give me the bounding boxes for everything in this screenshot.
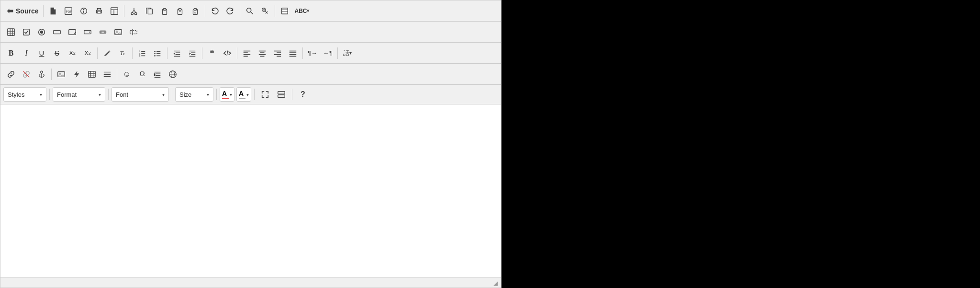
size-dropdown[interactable]: Size ▾: [175, 87, 213, 102]
bold-button[interactable]: B: [3, 46, 19, 61]
paste-text-button[interactable]: [172, 3, 188, 19]
iframe-button[interactable]: [165, 67, 180, 82]
sep-13: [51, 69, 52, 80]
svg-rect-16: [148, 9, 153, 14]
indent-block-button[interactable]: [150, 67, 165, 82]
copy-button[interactable]: [142, 3, 157, 19]
sep-19: [254, 89, 255, 100]
font-color-button[interactable]: A ▾: [220, 87, 234, 102]
svg-point-25: [247, 8, 251, 12]
redo-button[interactable]: [223, 3, 238, 19]
resize-handle[interactable]: ◢: [493, 280, 499, 286]
cut-button[interactable]: [126, 3, 142, 19]
source-button[interactable]: Source: [3, 5, 41, 17]
image-insert-button[interactable]: [54, 67, 69, 82]
replace-button[interactable]: ab: [257, 3, 273, 19]
code-block-button[interactable]: [220, 46, 235, 61]
unordered-list-button[interactable]: [150, 46, 165, 61]
sep-20: [292, 89, 292, 100]
bg-color-icon: A: [239, 90, 245, 99]
bg-color-button[interactable]: A ▾: [236, 87, 251, 102]
new-document-button[interactable]: [45, 3, 61, 19]
paste-button[interactable]: [157, 3, 172, 19]
spellcheck-label: ABC: [294, 8, 307, 14]
svg-line-74: [227, 50, 228, 56]
align-left-button[interactable]: [239, 46, 255, 61]
print-button[interactable]: [91, 3, 107, 19]
format-dropdown[interactable]: Format ▾: [53, 87, 105, 102]
svg-text:ab: ab: [263, 9, 266, 11]
paste-word-button[interactable]: W: [188, 3, 203, 19]
svg-text:3.: 3.: [139, 55, 141, 57]
textfield-button[interactable]: [49, 24, 65, 40]
undo-button[interactable]: [207, 3, 223, 19]
sep-4: [240, 5, 240, 17]
select-button[interactable]: [80, 24, 95, 40]
smiley-button[interactable]: ☺: [119, 67, 134, 82]
align-center-button[interactable]: [255, 46, 270, 61]
increase-indent-button[interactable]: [185, 46, 200, 61]
ordered-list-button[interactable]: 1.2.3.: [134, 46, 150, 61]
spellcheck-button[interactable]: ABC▾: [292, 3, 311, 19]
superscript-button[interactable]: X2: [80, 46, 95, 61]
decrease-indent-button[interactable]: [169, 46, 185, 61]
show-blocks-button[interactable]: [274, 87, 289, 102]
templates-button[interactable]: [107, 3, 122, 19]
rtl-button[interactable]: ←¶: [320, 46, 335, 61]
sep-10: [237, 47, 237, 59]
align-right-button[interactable]: [270, 46, 285, 61]
flash-button[interactable]: [69, 67, 84, 82]
editor-footer: ◢: [0, 277, 501, 288]
font-dropdown[interactable]: Font ▾: [111, 87, 169, 102]
svg-rect-50: [130, 30, 137, 34]
styles-dropdown[interactable]: Styles ▾: [3, 87, 46, 102]
textarea-button[interactable]: [65, 24, 80, 40]
hr-button[interactable]: [100, 67, 115, 82]
svg-point-11: [132, 12, 134, 15]
svg-point-4: [83, 9, 85, 10]
format-label: Format: [57, 91, 77, 98]
pdf-button[interactable]: PDF: [61, 3, 76, 19]
language-button[interactable]: 話▾: [340, 46, 355, 61]
image-button-btn[interactable]: [111, 24, 126, 40]
blockquote-button[interactable]: ❝: [204, 46, 220, 61]
anchor-button[interactable]: [34, 67, 49, 82]
maximize-button[interactable]: [257, 87, 273, 102]
subscript-button[interactable]: X2: [65, 46, 80, 61]
remove-format-button[interactable]: Tx: [115, 46, 130, 61]
sep-3: [205, 5, 205, 17]
sep-17: [172, 89, 172, 100]
ltr-button[interactable]: ¶→: [305, 46, 320, 61]
preview-button[interactable]: [76, 3, 91, 19]
svg-marker-98: [74, 70, 79, 77]
toolbar-row-3: B I U S X2 X2 Tx 1.2.3.: [0, 43, 501, 64]
link-button[interactable]: [3, 67, 19, 82]
svg-point-41: [40, 30, 43, 33]
find-button[interactable]: [242, 3, 257, 19]
radio-button-btn[interactable]: [34, 24, 49, 40]
svg-rect-23: [194, 8, 197, 10]
insert-table-button[interactable]: [3, 24, 19, 40]
unlink-button[interactable]: [19, 67, 34, 82]
checkbox-button[interactable]: [19, 24, 34, 40]
editor-content[interactable]: [0, 104, 501, 277]
special-char-button[interactable]: Ω: [134, 67, 150, 82]
copy-format-button[interactable]: [100, 46, 115, 61]
font-color-icon: A: [222, 90, 229, 99]
svg-line-14: [134, 10, 136, 12]
svg-rect-115: [278, 92, 285, 94]
svg-point-65: [154, 55, 156, 57]
sep-14: [117, 69, 117, 80]
sep-11: [302, 47, 303, 59]
underline-button[interactable]: U: [34, 46, 49, 61]
italic-button[interactable]: I: [19, 46, 34, 61]
table-insert-button[interactable]: [84, 67, 100, 82]
hidden-field-button[interactable]: [126, 24, 141, 40]
justify-button[interactable]: [285, 46, 301, 61]
form-button-btn[interactable]: [95, 24, 111, 40]
help-button[interactable]: ?: [295, 87, 311, 102]
svg-line-26: [251, 12, 253, 14]
sep-7: [132, 47, 133, 59]
select-all-button[interactable]: [277, 3, 292, 19]
strikethrough-button[interactable]: S: [49, 46, 65, 61]
